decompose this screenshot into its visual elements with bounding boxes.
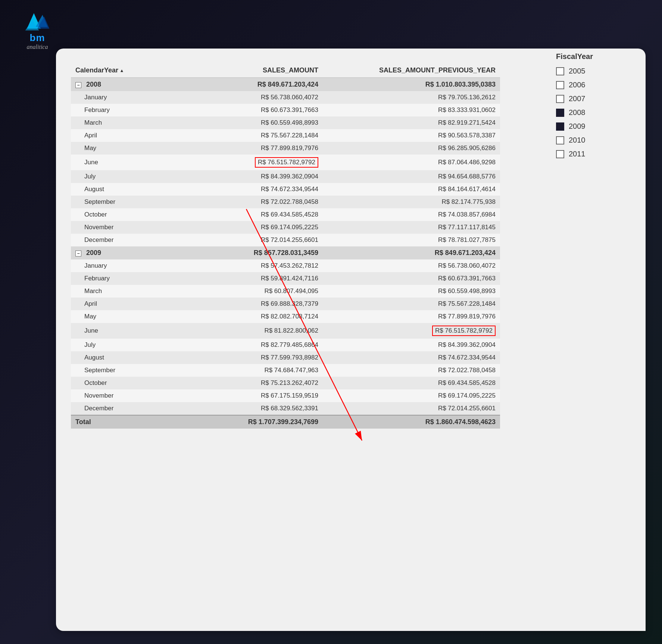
year-prev: R$ 849.671.203,424 [323,246,500,259]
month-sales: R$ 76.515.782,9792 [174,155,323,170]
month-row-June-6: June R$ 76.515.782,9792 R$ 87.064.486,92… [71,155,500,170]
header-calendar-year[interactable]: CalendarYear ▲ [71,63,174,78]
month-prev: R$ 90.563.578,3387 [323,129,500,142]
month-row-September-22: September R$ 74.684.747,963 R$ 72.022.78… [71,364,500,377]
month-sales: R$ 84.399.362,0904 [174,170,323,183]
year-sales: R$ 849.671.203,424 [174,78,323,91]
month-sales: R$ 59.891.424,7116 [174,272,323,285]
header-sales-amount[interactable]: SALES_AMOUNT [174,63,323,78]
month-sales: R$ 75.567.228,1484 [174,129,323,142]
month-sales: R$ 69.888.328,7379 [174,298,323,310]
fiscal-label-2006: 2006 [569,81,586,89]
fiscal-label-2009: 2009 [569,122,586,131]
month-prev: R$ 84.399.362,0904 [323,339,500,351]
month-row-January-14: January R$ 57.453.262,7812 R$ 56.738.060… [71,259,500,272]
month-prev: R$ 96.285.905,6286 [323,142,500,155]
month-label: June [71,155,174,170]
month-prev: R$ 84.164.617,4614 [323,183,500,196]
month-sales: R$ 77.599.793,8982 [174,351,323,364]
month-label: October [71,377,174,389]
month-sales: R$ 74.672.334,9544 [174,183,323,196]
checkbox-2006[interactable] [556,81,564,89]
year-cell: − 2009 [71,246,174,259]
month-row-February-15: February R$ 59.891.424,7116 R$ 60.673.39… [71,272,500,285]
month-prev: R$ 82.174.775,938 [323,196,500,208]
checkbox-2005[interactable] [556,67,564,75]
fiscal-item-2005[interactable]: 2005 [556,67,631,75]
fiscal-item-2010[interactable]: 2010 [556,136,631,144]
fiscal-label-2005: 2005 [569,67,586,75]
fiscal-item-2008[interactable]: 2008 [556,108,631,117]
month-label: May [71,142,174,155]
checkbox-2007[interactable] [556,95,564,103]
checkbox-2008[interactable] [556,109,564,117]
month-row-July-7: July R$ 84.399.362,0904 R$ 94.654.688,57… [71,170,500,183]
month-prev: R$ 76.515.782,9792 [323,323,500,339]
month-sales: R$ 60.673.391,7663 [174,104,323,116]
month-row-March-3: March R$ 60.559.498,8993 R$ 82.919.271,5… [71,116,500,129]
month-sales: R$ 74.684.747,963 [174,364,323,377]
month-row-March-16: March R$ 60.807.494,095 R$ 60.559.498,89… [71,285,500,298]
fiscal-item-2007[interactable]: 2007 [556,94,631,103]
month-sales: R$ 57.453.262,7812 [174,259,323,272]
month-sales: R$ 82.779.485,6864 [174,339,323,351]
fiscal-item-2011[interactable]: 2011 [556,150,631,158]
month-label: February [71,272,174,285]
month-prev: R$ 75.567.228,1484 [323,298,500,310]
checkbox-2010[interactable] [556,136,564,144]
header-sales-prev[interactable]: SALES_AMOUNT_PREVIOUS_YEAR [323,63,500,78]
month-sales: R$ 72.022.788,0458 [174,196,323,208]
month-label: November [71,221,174,234]
month-prev: R$ 79.705.136,2612 [323,91,500,104]
month-row-April-17: April R$ 69.888.328,7379 R$ 75.567.228,1… [71,298,500,310]
year-row-2008: − 2008 R$ 849.671.203,424 R$ 1.010.803.3… [71,78,500,91]
month-sales: R$ 69.434.585,4528 [174,208,323,221]
fiscal-label-2007: 2007 [569,94,586,103]
month-row-June-19: June R$ 81.822.800,062 R$ 76.515.782,979… [71,323,500,339]
month-sales: R$ 81.822.800,062 [174,323,323,339]
checkbox-2011[interactable] [556,150,564,158]
month-row-October-23: October R$ 75.213.262,4072 R$ 69.434.585… [71,377,500,389]
month-row-November-24: November R$ 67.175.159,9519 R$ 69.174.09… [71,389,500,402]
month-row-January-1: January R$ 56.738.060,4072 R$ 79.705.136… [71,91,500,104]
month-label: May [71,310,174,323]
month-row-September-9: September R$ 72.022.788,0458 R$ 82.174.7… [71,196,500,208]
month-label: March [71,285,174,298]
month-row-July-20: July R$ 82.779.485,6864 R$ 84.399.362,09… [71,339,500,351]
fiscal-item-2006[interactable]: 2006 [556,81,631,89]
month-label: January [71,259,174,272]
month-prev: R$ 60.673.391,7663 [323,272,500,285]
month-sales: R$ 82.082.708,7124 [174,310,323,323]
month-label: October [71,208,174,221]
month-prev: R$ 72.014.255,6601 [323,402,500,415]
month-prev: R$ 74.038.857,6984 [323,208,500,221]
checkbox-2009[interactable] [556,122,564,131]
highlight-box-sales: R$ 76.515.782,9792 [255,157,318,168]
total-row: Total R$ 1.707.399.234,7699 R$ 1.860.474… [71,415,500,429]
month-row-May-18: May R$ 82.082.708,7124 R$ 77.899.819,797… [71,310,500,323]
logo-area: bm analitica [7,7,67,52]
fiscal-label-2011: 2011 [569,150,586,158]
expand-icon[interactable]: − [75,251,81,256]
month-label: July [71,170,174,183]
month-label: November [71,389,174,402]
month-label: December [71,402,174,415]
month-prev: R$ 87.064.486,9298 [323,155,500,170]
month-sales: R$ 75.213.262,4072 [174,377,323,389]
month-sales: R$ 60.559.498,8993 [174,116,323,129]
main-panel: FiscalYear 2005 2006 2007 2008 2009 2010… [56,49,646,631]
total-prev: R$ 1.860.474.598,4623 [323,415,500,429]
month-row-August-8: August R$ 74.672.334,9544 R$ 84.164.617,… [71,183,500,196]
month-prev: R$ 77.117.117,8145 [323,221,500,234]
total-label: Total [71,415,174,429]
month-row-December-12: December R$ 72.014.255,6601 R$ 78.781.02… [71,234,500,246]
month-row-May-5: May R$ 77.899.819,7976 R$ 96.285.905,628… [71,142,500,155]
highlight-box-prev: R$ 76.515.782,9792 [432,326,496,336]
expand-icon[interactable]: − [75,82,81,88]
month-label: September [71,196,174,208]
month-label: February [71,104,174,116]
month-label: June [71,323,174,339]
total-sales: R$ 1.707.399.234,7699 [174,415,323,429]
month-sales: R$ 69.174.095,2225 [174,221,323,234]
fiscal-item-2009[interactable]: 2009 [556,122,631,131]
